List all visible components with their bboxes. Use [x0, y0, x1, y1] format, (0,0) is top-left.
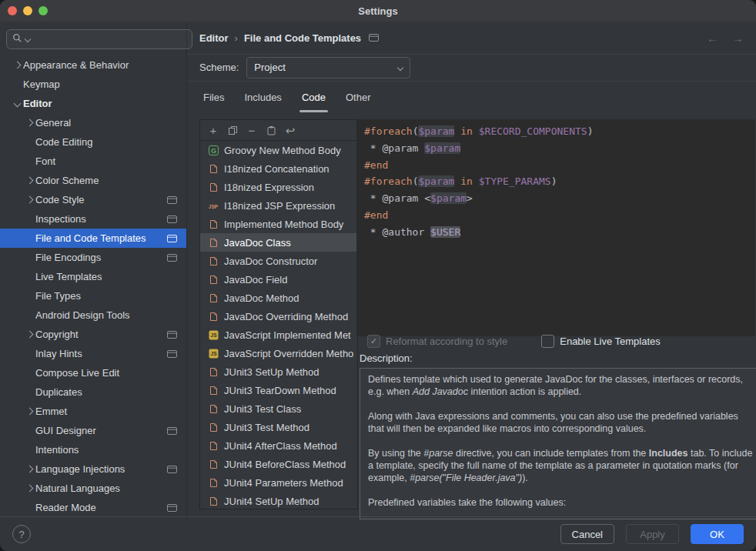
- search-history-chevron-icon[interactable]: [25, 36, 31, 42]
- sidebar-item-color-scheme[interactable]: Color Scheme: [0, 171, 186, 190]
- template-list-item[interactable]: Implemented Method Body: [200, 215, 357, 233]
- template-list-item[interactable]: JUnit4 Parameters Method: [200, 473, 357, 492]
- paste-icon[interactable]: [265, 124, 277, 136]
- code-line: #foreach($param in $TYPE_PARAMS): [364, 173, 755, 190]
- sidebar-item-live-templates[interactable]: Live Templates: [0, 267, 186, 286]
- sidebar-item-reader-mode[interactable]: Reader Mode: [0, 498, 186, 517]
- search-input[interactable]: [6, 29, 192, 49]
- template-name: JavaDoc Field: [224, 274, 287, 286]
- template-list-item[interactable]: JSJavaScript Overridden Metho: [200, 344, 357, 362]
- tab-other[interactable]: Other: [336, 81, 381, 113]
- template-icon: [207, 238, 219, 248]
- sidebar-item-editor[interactable]: Editor: [0, 94, 186, 113]
- chevron-slot: [23, 486, 35, 491]
- code-token: $param: [418, 125, 454, 137]
- sidebar-item-appearance-behavior[interactable]: Appearance & Behavior: [0, 55, 186, 75]
- reformat-checkbox[interactable]: ✓ Reformat according to style: [367, 335, 507, 348]
- sidebar-item-duplicates[interactable]: Duplicates: [0, 382, 186, 402]
- remove-icon[interactable]: −: [246, 124, 258, 136]
- minimize-button[interactable]: [23, 6, 32, 15]
- template-list-item[interactable]: JUnit3 Test Class: [200, 399, 357, 418]
- close-button[interactable]: [8, 6, 17, 15]
- sidebar-item-file-and-code-templates[interactable]: File and Code Templates: [0, 229, 186, 248]
- sidebar-item-copyright[interactable]: Copyright: [0, 325, 186, 344]
- sidebar-item-label: Compose Live Edit: [35, 367, 119, 379]
- template-name: JavaDoc Constructor: [224, 255, 317, 267]
- template-list-item[interactable]: JavaDoc Constructor: [200, 252, 357, 270]
- breadcrumb-editor[interactable]: Editor: [199, 32, 229, 44]
- chevron-right-icon[interactable]: [25, 466, 33, 473]
- sidebar-item-file-types[interactable]: File Types: [0, 286, 186, 306]
- code-line: * @author $USER: [364, 224, 755, 241]
- sidebar-item-gui-designer[interactable]: GUI Designer: [0, 421, 186, 440]
- svg-text:G: G: [210, 146, 216, 154]
- checkbox-unchecked-icon: [541, 335, 554, 348]
- sidebar-item-natural-languages[interactable]: Natural Languages: [0, 479, 186, 498]
- template-list-item[interactable]: JUnit3 Test Method: [200, 418, 357, 436]
- template-icon: [207, 219, 219, 229]
- sidebar-item-code-editing[interactable]: Code Editing: [0, 132, 186, 152]
- sidebar-item-inspections[interactable]: Inspections: [0, 209, 186, 229]
- sidebar-item-label: Duplicates: [35, 386, 82, 398]
- template-list-item[interactable]: JUnit4 SetUp Method: [200, 492, 357, 509]
- ok-button[interactable]: OK: [691, 524, 744, 544]
- sidebar-item-code-style[interactable]: Code Style: [0, 190, 186, 209]
- template-list-item[interactable]: JUnit3 TearDown Method: [200, 381, 357, 399]
- history-nav: ← →: [707, 32, 744, 45]
- chevron-slot: [23, 120, 35, 125]
- chevron-slot: [23, 466, 35, 472]
- forward-button[interactable]: →: [732, 32, 744, 45]
- back-button[interactable]: ←: [707, 32, 718, 45]
- sidebar-item-inlay-hints[interactable]: Inlay Hints: [0, 344, 186, 363]
- template-name: JUnit4 Parameters Method: [224, 477, 343, 489]
- tab-files[interactable]: Files: [193, 81, 234, 113]
- template-list-item[interactable]: I18nized Concatenation: [200, 159, 357, 178]
- sidebar-item-font[interactable]: Font: [0, 152, 186, 171]
- chevron-slot: [23, 178, 35, 183]
- zoom-button[interactable]: [38, 6, 48, 15]
- sidebar-item-intentions[interactable]: Intentions: [0, 440, 186, 459]
- sidebar-item-emmet[interactable]: Emmet: [0, 402, 186, 421]
- sidebar-item-compose-live-edit[interactable]: Compose Live Edit: [0, 363, 186, 382]
- sidebar-item-label: Language Injections: [35, 463, 125, 475]
- js-icon: JS: [207, 330, 219, 340]
- sidebar-item-keymap[interactable]: Keymap: [0, 75, 186, 94]
- search-icon: [12, 32, 22, 46]
- cancel-button[interactable]: Cancel: [560, 524, 614, 544]
- template-list-item[interactable]: JUnit4 BeforeClass Method: [200, 455, 357, 473]
- chevron-right-icon[interactable]: [13, 62, 21, 69]
- template-list-item[interactable]: JavaDoc Overriding Method: [200, 307, 357, 326]
- apply-button[interactable]: Apply: [626, 524, 679, 544]
- template-list-item[interactable]: I18nized Expression: [200, 178, 357, 196]
- template-list-item[interactable]: JSPI18nized JSP Expression: [200, 196, 357, 215]
- sidebar-item-android-design-tools[interactable]: Android Design Tools: [0, 306, 186, 325]
- chevron-slot: [23, 332, 35, 337]
- chevron-right-icon[interactable]: [25, 408, 33, 416]
- template-list-item[interactable]: JUnit3 SetUp Method: [200, 362, 357, 381]
- scheme-dropdown[interactable]: Project: [246, 57, 410, 78]
- template-list-item[interactable]: JavaDoc Class: [200, 233, 357, 252]
- template-list-item[interactable]: GGroovy New Method Body: [200, 141, 357, 159]
- sidebar-item-language-injections[interactable]: Language Injections: [0, 459, 186, 479]
- help-button[interactable]: ?: [12, 525, 31, 543]
- sidebar-item-general[interactable]: General: [0, 113, 186, 132]
- tab-includes[interactable]: Includes: [234, 81, 291, 113]
- live-templates-checkbox[interactable]: Enable Live Templates: [541, 335, 661, 348]
- chevron-right-icon[interactable]: [25, 177, 33, 185]
- add-icon[interactable]: +: [207, 124, 219, 136]
- chevron-down-icon[interactable]: [13, 100, 21, 108]
- template-list-item[interactable]: JavaDoc Method: [200, 289, 357, 307]
- rollback-icon[interactable]: ↩: [284, 124, 296, 136]
- chevron-right-icon[interactable]: [25, 485, 33, 493]
- chevron-right-icon[interactable]: [25, 196, 33, 204]
- template-list-item[interactable]: JavaDoc Field: [200, 270, 357, 289]
- template-list-item[interactable]: JUnit4 AfterClass Method: [200, 436, 357, 455]
- sidebar-item-file-encodings[interactable]: File Encodings: [0, 248, 186, 267]
- template-icon: [207, 459, 219, 469]
- copy-icon[interactable]: [226, 124, 239, 136]
- chevron-right-icon[interactable]: [25, 331, 33, 339]
- chevron-right-icon[interactable]: [25, 119, 33, 127]
- code-editor[interactable]: #foreach($param in $RECORD_COMPONENTS) *…: [356, 119, 755, 336]
- template-list-item[interactable]: JSJavaScript Implemented Met: [200, 326, 357, 344]
- tab-code[interactable]: Code: [292, 81, 336, 113]
